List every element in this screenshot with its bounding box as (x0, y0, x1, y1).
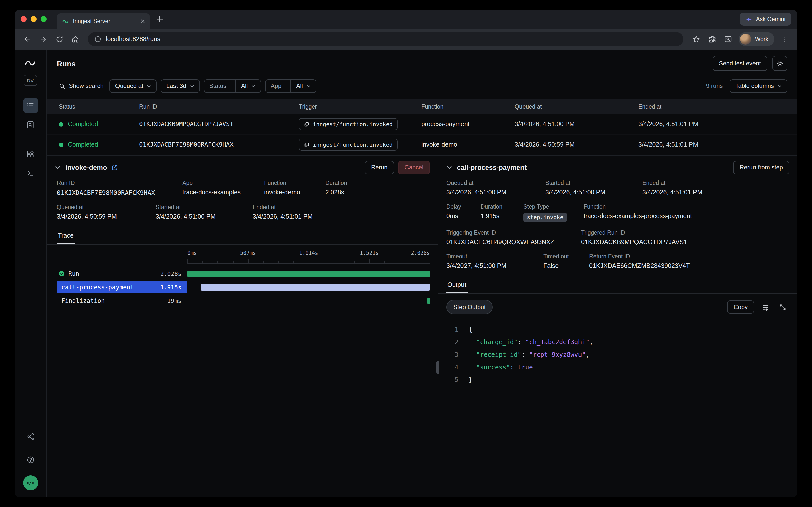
collapse-chevron-icon[interactable] (55, 164, 61, 170)
search-icon (59, 83, 65, 89)
run-ended-at: 3/4/2026, 4:51:01 PM (638, 121, 788, 128)
sidebar-item-events[interactable] (23, 117, 38, 132)
table-row[interactable]: Completed01KJXDACKB9MPQACGTDP7JAVS1innge… (47, 114, 798, 135)
send-test-event-button[interactable]: Send test event (712, 56, 767, 71)
sidebar-item-apps[interactable] (23, 146, 38, 161)
step-output-chip[interactable]: Step Output (446, 300, 493, 314)
sidebar-item-runs[interactable] (23, 98, 38, 113)
column-header[interactable]: Queued at (515, 104, 638, 110)
span-name: Run (68, 270, 79, 277)
app-filter[interactable]: App All (265, 79, 316, 93)
triggering-event-link[interactable]: 01KJXDACEC6H49QRQXWEA93NXZ (446, 239, 574, 246)
step-function-link[interactable]: trace-docs-examples-process-payment (583, 213, 692, 220)
search-panel-icon[interactable] (721, 32, 736, 47)
step-output-code[interactable]: 1{2 "charge_id": "ch_1abc2def3ghi",3 "re… (438, 319, 798, 394)
trace-rows: Run2.028scall-process-payment1.915sFinal… (47, 267, 438, 307)
column-header[interactable]: Run ID (139, 104, 299, 110)
share-icon[interactable] (23, 429, 38, 444)
sidebar-rail: DV (14, 50, 47, 498)
site-info-icon[interactable] (95, 36, 102, 43)
reload-button[interactable] (52, 32, 67, 47)
trace-timeline: 0ms507ms1.014s1.521s2.028s Run2.028scall… (47, 245, 438, 307)
trace-span-row[interactable]: Run2.028s (47, 267, 438, 280)
chevron-down-icon (777, 84, 782, 88)
copy-button[interactable]: Copy (727, 300, 754, 314)
extensions-icon[interactable] (705, 32, 720, 47)
column-header[interactable]: Trigger (299, 104, 421, 110)
column-header[interactable]: Function (421, 104, 515, 110)
field-step-duration: Duration 1.915s (481, 204, 523, 222)
address-bar[interactable]: localhost:8288/runs (88, 32, 684, 46)
table-row[interactable]: Completed01KJXDACBF7E98M00RAFCK9HAXinnge… (47, 135, 798, 155)
dev-mode-button[interactable]: </> (23, 475, 38, 491)
chevron-down-icon (251, 84, 256, 88)
field-step-function: Function trace-docs-examples-process-pay… (583, 204, 699, 222)
app-link[interactable]: trace-docs-examples (182, 189, 257, 196)
return-event-link[interactable]: 01KJXDAE66CMZMB28439023V4T (589, 262, 690, 269)
function-link[interactable]: invoke-demo (264, 189, 318, 196)
zoom-window-button[interactable] (41, 16, 47, 22)
trigger-pill[interactable]: inngest/function.invoked (299, 139, 398, 151)
sidebar-item-functions[interactable] (23, 165, 38, 180)
collapse-chevron-icon[interactable] (446, 164, 452, 170)
expand-icon[interactable] (776, 300, 790, 314)
profile-chip[interactable]: Work (739, 32, 774, 46)
main-content: Runs Send test event Show search Que (47, 50, 798, 498)
ask-gemini-label: Ask Gemini (756, 16, 786, 22)
run-status: Completed (59, 141, 139, 148)
run-trigger: inngest/function.invoked (299, 139, 421, 151)
trace-span-row[interactable]: Finalization19ms (47, 294, 438, 307)
split-drag-handle[interactable] (436, 361, 439, 374)
cancel-button[interactable]: Cancel (398, 161, 430, 174)
word-wrap-icon[interactable] (759, 300, 772, 314)
field-triggering-event-id: Triggering Event ID 01KJXDACEC6H49QRQXWE… (446, 230, 581, 246)
span-bar[interactable] (187, 270, 430, 277)
settings-gear-button[interactable] (772, 56, 788, 71)
tab-output[interactable]: Output (446, 279, 467, 293)
minimize-window-button[interactable] (30, 16, 37, 22)
step-type-badge: step.invoke (523, 213, 567, 222)
field-step-ended-at: Ended at 3/4/2026, 4:51:01 PM (642, 180, 709, 196)
gemini-sparkle-icon (746, 16, 752, 22)
avatar (740, 34, 751, 45)
tab-trace[interactable]: Trace (57, 230, 75, 244)
time-range-dropdown[interactable]: Last 3d (161, 79, 200, 93)
run-detail-pane: invoke-demo Rerun Cancel (47, 156, 438, 498)
table-columns-dropdown[interactable]: Table columns (730, 79, 788, 93)
home-button[interactable] (68, 32, 83, 47)
rerun-button[interactable]: Rerun (365, 161, 394, 174)
browser-tab[interactable]: Inngest Server (57, 13, 150, 29)
step-detail-pane: call-process-payment Rerun from step Que… (438, 156, 798, 498)
inngest-logo-icon[interactable] (24, 58, 37, 67)
tab-close-icon[interactable] (140, 18, 145, 23)
span-name: Finalization (61, 297, 105, 304)
ask-gemini-button[interactable]: Ask Gemini (740, 12, 792, 25)
trigger-pill[interactable]: inngest/function.invoked (299, 118, 398, 130)
browser-menu-kebab-icon[interactable] (777, 32, 793, 47)
runs-count: 9 runs (706, 82, 723, 90)
env-badge[interactable]: DV (23, 75, 37, 86)
rerun-from-step-button[interactable]: Rerun from step (733, 161, 790, 174)
run-id: 01KJXDACBF7E98M00RAFCK9HAX (139, 141, 299, 148)
span-bar[interactable] (201, 284, 430, 290)
span-bar[interactable] (427, 297, 430, 304)
queued-at-dropdown[interactable]: Queued at (110, 79, 157, 93)
column-header[interactable]: Status (59, 104, 139, 110)
column-header[interactable]: Ended at (638, 104, 788, 110)
traffic-lights (20, 16, 47, 22)
forward-button[interactable] (36, 32, 51, 47)
show-search-button[interactable]: Show search (57, 82, 106, 90)
bookmark-star-icon[interactable] (689, 32, 704, 47)
help-icon[interactable] (23, 452, 38, 467)
trace-span-row[interactable]: call-process-payment1.915s (47, 280, 438, 294)
status-filter[interactable]: Status All (204, 79, 261, 93)
external-link-icon[interactable] (112, 164, 118, 171)
run-status: Completed (59, 121, 139, 128)
rail-bottom: </> (23, 429, 38, 491)
back-button[interactable] (19, 32, 35, 47)
triggered-run-link[interactable]: 01KJXDACKB9MPQACGTDP7JAVS1 (581, 239, 687, 246)
code-line: 3 "receipt_id": "rcpt_9xyz8wvu", (446, 348, 790, 361)
close-window-button[interactable] (20, 16, 26, 22)
new-tab-button[interactable] (156, 15, 163, 22)
status-dot (59, 122, 63, 126)
